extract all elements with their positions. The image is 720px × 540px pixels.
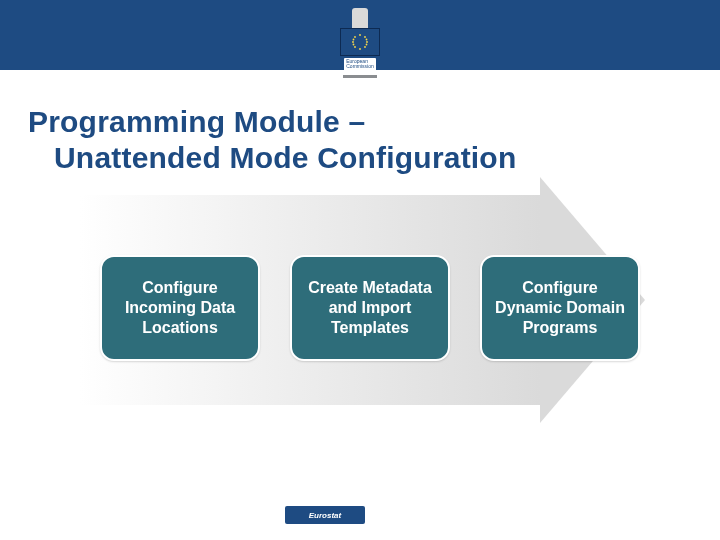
- eu-flag-icon: [340, 28, 380, 56]
- svg-point-10: [366, 39, 368, 41]
- slide-title: Programming Module – Unattended Mode Con…: [28, 104, 700, 176]
- svg-point-1: [359, 34, 361, 36]
- footer-label: Eurostat: [285, 506, 365, 524]
- svg-point-7: [354, 46, 356, 48]
- svg-point-8: [364, 46, 366, 48]
- step-create-templates: Create Metadata and Import Templates: [290, 255, 450, 361]
- svg-point-5: [354, 36, 356, 38]
- steps-row: Configure Incoming Data Locations Create…: [100, 255, 640, 361]
- svg-point-9: [353, 39, 355, 41]
- svg-point-3: [352, 41, 354, 43]
- svg-point-4: [366, 41, 368, 43]
- ec-logo: European Commission: [317, 8, 403, 92]
- logo-text-line2: Commission: [346, 63, 374, 69]
- logo-underline: [343, 75, 377, 78]
- svg-point-6: [364, 36, 366, 38]
- step-label: Configure Dynamic Domain Programs: [492, 278, 628, 338]
- logo-text: European Commission: [344, 58, 376, 71]
- title-line1: Programming Module –: [28, 105, 365, 138]
- svg-point-12: [366, 44, 368, 46]
- svg-point-11: [353, 44, 355, 46]
- logo-pillar-icon: [352, 8, 368, 30]
- step-configure-locations: Configure Incoming Data Locations: [100, 255, 260, 361]
- slide: European Commission Programming Module –…: [0, 0, 720, 540]
- title-line2: Unattended Mode Configuration: [28, 140, 700, 176]
- step-label: Create Metadata and Import Templates: [302, 278, 438, 338]
- step-configure-programs: Configure Dynamic Domain Programs: [480, 255, 640, 361]
- svg-point-2: [359, 48, 361, 50]
- footer-text: Eurostat: [309, 511, 341, 520]
- step-label: Configure Incoming Data Locations: [112, 278, 248, 338]
